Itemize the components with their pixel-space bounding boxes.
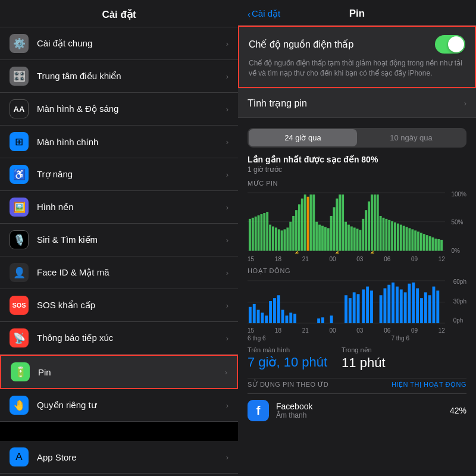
x-label-09: 09 <box>411 256 418 262</box>
svg-rect-25 <box>312 194 315 250</box>
icon-siri-tim-kiem: 🎙️ <box>10 230 29 249</box>
settings-item-man-hinh-chinh[interactable]: ⊞Màn hình chính› <box>0 126 238 158</box>
act-x-09: 09 <box>411 327 418 334</box>
svg-rect-83 <box>277 295 280 323</box>
low-power-row: Chế độ nguồn điện thấp <box>249 35 465 54</box>
tab-24h[interactable]: 24 giờ qua <box>249 129 357 146</box>
svg-rect-30 <box>327 228 330 250</box>
battery-status-row[interactable]: Tình trạng pin › <box>238 89 476 118</box>
svg-rect-68 <box>437 239 440 251</box>
label-app-store: App Store <box>37 452 226 462</box>
chevron-app-store: › <box>226 453 228 462</box>
svg-text:⚡: ⚡ <box>334 250 340 253</box>
low-power-toggle[interactable] <box>435 35 465 54</box>
svg-rect-109 <box>424 292 427 323</box>
back-button[interactable]: ‹ Cài đặt <box>248 8 280 19</box>
charge-info: Lần gần nhất được sạc đến 80% <box>248 155 466 164</box>
svg-text:⚡: ⚡ <box>294 250 300 253</box>
svg-rect-27 <box>318 224 321 250</box>
x-label-18: 18 <box>275 256 281 262</box>
svg-rect-11 <box>272 226 274 250</box>
label-quyen-rieng-tu: Quyền riêng tư <box>37 400 226 411</box>
left-title: Cài đặt <box>102 9 136 20</box>
tab-10d[interactable]: 10 ngày qua <box>357 129 465 146</box>
chevron-man-hinh-chinh: › <box>226 137 228 146</box>
svg-text:⚡: ⚡ <box>369 250 375 253</box>
activity-y-60: 60ph <box>453 278 466 285</box>
svg-rect-34 <box>339 194 341 250</box>
chevron-sos-khan-cap: › <box>226 301 228 310</box>
settings-item-cai-dat-chung[interactable]: ⚙️Cài đặt chung› <box>0 27 238 60</box>
svg-rect-99 <box>383 289 386 324</box>
svg-rect-107 <box>416 289 419 324</box>
chevron-thong-bao-tiep-xuc: › <box>226 334 228 343</box>
app-percent: 42% <box>450 406 466 415</box>
y-label-50: 50% <box>451 219 466 226</box>
label-tro-nang: Trợ năng <box>37 169 226 180</box>
settings-item-trung-tam-dieu-khien[interactable]: 🎛️Trung tâm điều khiển› <box>0 60 238 93</box>
low-power-label: Chế độ nguồn điện thấp <box>249 39 353 50</box>
svg-rect-60 <box>414 230 416 250</box>
settings-item-hinh-nen[interactable]: 🖼️Hình nền› <box>0 191 238 224</box>
activity-chart-svg <box>248 277 445 325</box>
act-x-21: 21 <box>302 327 309 334</box>
settings-item-man-hinh-do-sang[interactable]: AAMàn hình & Độ sáng› <box>0 93 238 126</box>
svg-rect-17 <box>289 221 292 250</box>
icon-app-store: A <box>10 447 29 466</box>
svg-rect-50 <box>385 218 387 250</box>
right-header: ‹ Cài đặt Pin <box>238 0 476 26</box>
svg-rect-31 <box>330 216 333 251</box>
right-title: Pin <box>349 8 365 20</box>
svg-rect-33 <box>336 198 338 250</box>
label-man-hinh-chinh: Màn hình chính <box>37 137 226 147</box>
svg-rect-48 <box>380 216 382 251</box>
svg-rect-97 <box>370 290 373 323</box>
settings-item-app-store[interactable]: AApp Store› <box>0 441 238 474</box>
svg-rect-69 <box>440 240 443 251</box>
svg-rect-110 <box>428 295 431 323</box>
svg-rect-42 <box>362 218 364 250</box>
settings-item-face-id-mat-ma[interactable]: 👤Face ID & Mật mã› <box>0 256 238 289</box>
label-cai-dat-chung: Cài đặt chung <box>37 38 226 49</box>
section-gap-1 <box>0 422 238 441</box>
act-x-00: 00 <box>329 327 336 334</box>
svg-rect-58 <box>408 228 411 250</box>
app-name: Facebook <box>276 402 312 411</box>
screen-on-value: 7 giờ, 10 phút <box>248 355 327 370</box>
icon-quyen-rieng-tu: 🤚 <box>10 396 29 415</box>
activity-y-labels: 60ph 30ph 0ph <box>453 277 466 325</box>
act-x-03: 03 <box>356 327 363 334</box>
chevron-trung-tam-dieu-khien: › <box>226 72 228 81</box>
act-x-12: 12 <box>439 327 445 334</box>
settings-item-vi-apple-pay[interactable]: 💳Ví & Apple Pay› <box>0 474 238 476</box>
settings-item-sos-khan-cap[interactable]: SOSSOS khẩn cấp› <box>0 289 238 322</box>
settings-item-quyen-rieng-tu[interactable]: 🤚Quyền riêng tư› <box>0 389 238 422</box>
svg-rect-78 <box>257 310 260 323</box>
svg-rect-8 <box>263 213 265 250</box>
svg-rect-64 <box>426 235 428 250</box>
settings-item-siri-tim-kiem[interactable]: 🎙️Siri & Tìm kiếm› <box>0 224 238 256</box>
svg-rect-81 <box>269 301 272 323</box>
svg-rect-103 <box>400 289 403 323</box>
settings-item-tro-nang[interactable]: ♿Trợ năng› <box>0 158 238 191</box>
label-siri-tim-kiem: Siri & Tìm kiếm <box>37 234 226 245</box>
label-pin: Pin <box>38 367 225 377</box>
act-x-18: 18 <box>275 327 281 334</box>
settings-item-thong-bao-tiep-xuc[interactable]: 📡Thông báo tiếp xúc› <box>0 322 238 355</box>
show-activity-link[interactable]: HIỆN THỊ HOẠT ĐỘNG <box>392 381 466 389</box>
svg-rect-28 <box>321 226 324 250</box>
chart-section: Lần gần nhất được sạc đến 80% 1 giờ trướ… <box>238 155 476 434</box>
battery-chart-svg: ⚡ ⚡ ⚡ <box>248 190 445 253</box>
svg-rect-20 <box>298 204 300 250</box>
svg-rect-21 <box>301 198 303 250</box>
svg-rect-66 <box>432 237 434 250</box>
svg-rect-26 <box>315 221 318 250</box>
svg-rect-100 <box>387 285 390 323</box>
app-usage-facebook[interactable]: f Facebook Âm thanh 42% <box>248 393 466 427</box>
settings-item-pin[interactable]: 🔋Pin› <box>0 355 238 389</box>
svg-rect-38 <box>350 226 353 250</box>
svg-rect-55 <box>400 224 402 250</box>
svg-rect-45 <box>371 194 373 250</box>
svg-rect-85 <box>285 315 288 323</box>
background-item: Trong nền 11 phút <box>342 346 385 371</box>
